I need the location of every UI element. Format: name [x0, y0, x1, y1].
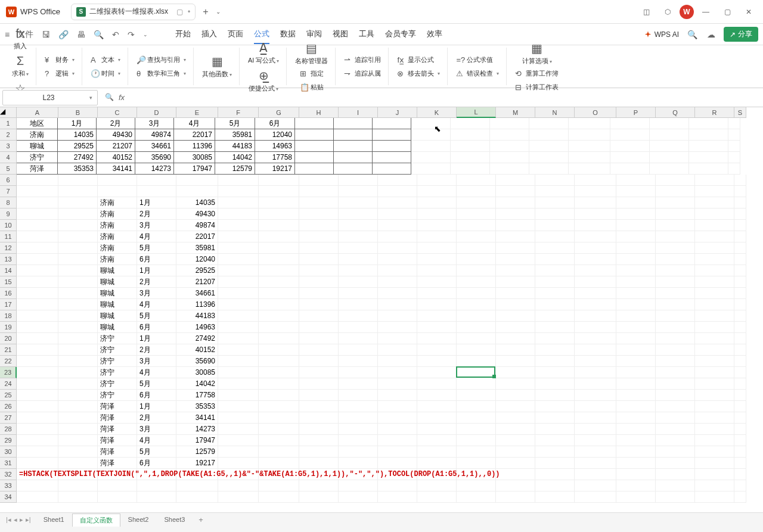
cell-R33[interactable]	[695, 480, 734, 491]
cell-O22[interactable]	[575, 356, 616, 367]
cell-M31[interactable]	[496, 458, 535, 469]
cell-D25[interactable]: 6月	[137, 390, 176, 401]
cell-K16[interactable]	[417, 288, 457, 299]
cell-P7[interactable]	[616, 186, 656, 197]
cell-J3[interactable]	[372, 140, 411, 152]
row-header-6[interactable]: 6	[0, 175, 17, 186]
cell-O27[interactable]	[575, 412, 616, 424]
cell-A27[interactable]	[17, 412, 58, 424]
cell-E18[interactable]: 44183	[176, 310, 218, 322]
cell-D2[interactable]: 49874	[135, 129, 174, 141]
cell-B4[interactable]: 27492	[57, 151, 97, 163]
cell-L4[interactable]	[451, 152, 490, 163]
tab-window-icon[interactable]: ▢	[176, 8, 183, 16]
cell-I27[interactable]	[339, 412, 378, 424]
link-icon[interactable]: 🔗	[57, 29, 70, 41]
cell-B5[interactable]: 35353	[57, 163, 97, 175]
undo-icon[interactable]: ↶	[111, 29, 120, 41]
cell-N24[interactable]	[535, 378, 575, 390]
cell-Q28[interactable]	[656, 424, 695, 435]
cell-B2[interactable]: 14035	[57, 129, 97, 141]
cell-I24[interactable]	[339, 378, 378, 390]
col-header-D[interactable]: D	[137, 107, 176, 118]
cell-B17[interactable]	[58, 299, 98, 310]
cell-J29[interactable]	[378, 435, 417, 446]
cell-F1[interactable]: 5月	[215, 117, 255, 129]
cell-D16[interactable]: 3月	[137, 288, 176, 299]
cell-H6[interactable]	[299, 175, 339, 186]
cell-O1[interactable]	[569, 118, 610, 129]
cell-L31[interactable]	[457, 458, 496, 469]
sheet-nav-last[interactable]: ▸|	[26, 516, 31, 524]
hamburger-icon[interactable]: ≡	[5, 30, 10, 39]
cell-L21[interactable]	[457, 344, 496, 356]
cell-A25[interactable]	[17, 390, 58, 401]
menu-tab-视图[interactable]: 视图	[333, 25, 348, 44]
cell-A32[interactable]: =HSTACK(TEXTSPLIT(TEXTJOIN(",",1,DROP(TA…	[17, 469, 58, 480]
cell-K22[interactable]	[417, 356, 457, 367]
cell-A24[interactable]	[17, 378, 58, 390]
cell-I14[interactable]	[339, 265, 378, 276]
cell-C27[interactable]: 菏泽	[98, 412, 137, 424]
cell-S17[interactable]	[734, 299, 746, 310]
cell-Q12[interactable]	[656, 242, 695, 254]
cell-P3[interactable]	[610, 141, 650, 152]
cell-K26[interactable]	[417, 401, 457, 412]
cell-G4[interactable]: 17758	[255, 151, 295, 163]
cell-J25[interactable]	[378, 390, 417, 401]
row-header-33[interactable]: 33	[0, 480, 17, 491]
cell-L3[interactable]	[451, 141, 490, 152]
cell-E20[interactable]: 27492	[176, 333, 218, 344]
cell-Q3[interactable]	[650, 141, 689, 152]
preview-icon[interactable]: 🔍	[92, 29, 105, 41]
cell-K6[interactable]	[417, 175, 457, 186]
cell-R26[interactable]	[695, 401, 734, 412]
cell-G28[interactable]	[259, 424, 299, 435]
cell-O3[interactable]	[569, 141, 610, 152]
cell-N8[interactable]	[535, 197, 575, 209]
cell-R21[interactable]	[695, 344, 734, 356]
cell-E8[interactable]: 14035	[176, 197, 218, 209]
col-header-H[interactable]: H	[299, 107, 339, 118]
cell-K30[interactable]	[417, 446, 457, 458]
cell-E12[interactable]: 35981	[176, 242, 218, 254]
cell-F15[interactable]	[218, 276, 259, 288]
cell-M17[interactable]	[496, 299, 535, 310]
cell-S11[interactable]	[734, 231, 746, 242]
cell-B9[interactable]	[58, 209, 98, 220]
tab-dot-icon[interactable]: •	[188, 8, 190, 16]
cell-E31[interactable]: 19217	[176, 458, 218, 469]
cell-S33[interactable]	[734, 480, 746, 491]
menu-tab-会员专享[interactable]: 会员专享	[385, 25, 416, 44]
cell-C25[interactable]: 济宁	[98, 390, 137, 401]
new-tab-button[interactable]: +	[203, 7, 208, 17]
cell-M1[interactable]	[490, 118, 529, 129]
cell-P1[interactable]	[610, 118, 650, 129]
cell-D19[interactable]: 6月	[137, 322, 176, 333]
cell-Q1[interactable]	[650, 118, 689, 129]
cell-R22[interactable]	[695, 356, 734, 367]
cell-K34[interactable]	[417, 491, 457, 503]
cell-O25[interactable]	[575, 390, 616, 401]
cell-I30[interactable]	[339, 446, 378, 458]
cell-G14[interactable]	[259, 265, 299, 276]
cell-P17[interactable]	[616, 299, 656, 310]
cell-A20[interactable]	[17, 333, 58, 344]
cell-D13[interactable]: 6月	[137, 254, 176, 265]
cell-I23[interactable]	[339, 367, 378, 378]
cell-D23[interactable]: 4月	[137, 367, 176, 378]
row-header-10[interactable]: 10	[0, 220, 17, 231]
cell-H17[interactable]	[299, 299, 339, 310]
row-header-32[interactable]: 32	[0, 469, 17, 480]
cell-R11[interactable]	[695, 231, 734, 242]
cell-B6[interactable]	[58, 175, 98, 186]
cell-M26[interactable]	[496, 401, 535, 412]
cell-Q30[interactable]	[656, 446, 695, 458]
layout-icon[interactable]: ◫	[637, 4, 656, 20]
cell-G23[interactable]	[259, 367, 299, 378]
user-avatar-icon[interactable]: W	[680, 5, 694, 19]
menu-tab-插入[interactable]: 插入	[201, 25, 217, 44]
cell-E22[interactable]: 35690	[176, 356, 218, 367]
cell-P22[interactable]	[616, 356, 656, 367]
cell-H28[interactable]	[299, 424, 339, 435]
